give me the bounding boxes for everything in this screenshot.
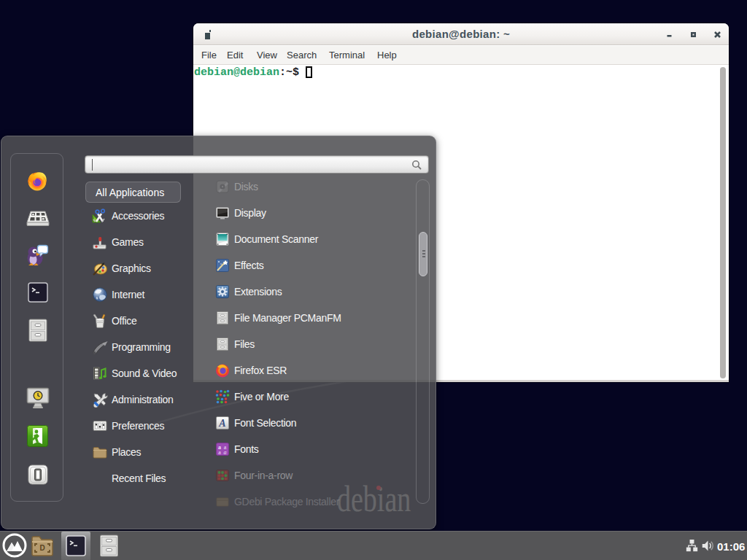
svg-text:a: a bbox=[224, 449, 227, 456]
svg-text:A: A bbox=[218, 418, 225, 429]
svg-text:D: D bbox=[39, 544, 44, 552]
svg-text:a: a bbox=[218, 449, 221, 456]
